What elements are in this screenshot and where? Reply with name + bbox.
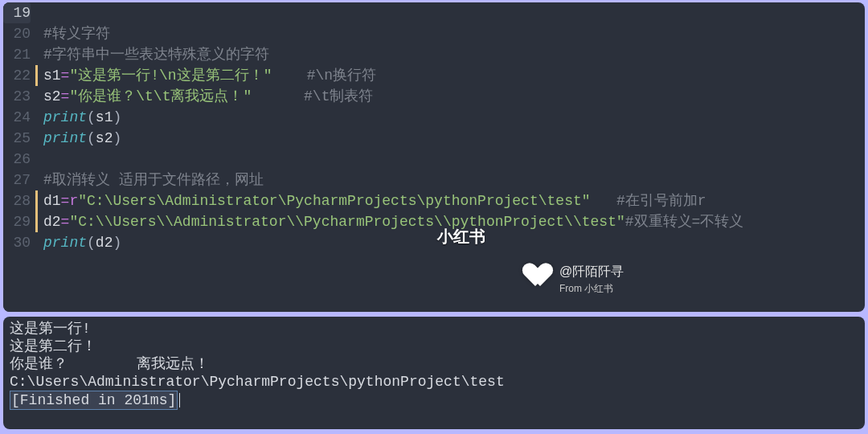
variable: s1	[43, 68, 61, 84]
comment: #取消转义 适用于文件路径，网址	[43, 172, 264, 188]
line-number: 26	[3, 149, 31, 170]
variable: d1	[43, 193, 61, 209]
operator: =	[61, 88, 70, 104]
paren: (	[87, 109, 96, 125]
line-number: 22	[3, 65, 31, 86]
console-finished-line: [Finished in 201ms]	[10, 391, 858, 408]
paren: (	[87, 130, 96, 146]
line-number: 19	[3, 2, 31, 23]
line-number: 21	[3, 44, 31, 65]
argument: d2	[96, 235, 113, 251]
comment: #\n换行符	[272, 68, 376, 84]
comment: #转义字符	[43, 26, 110, 42]
line-number: 20	[3, 23, 31, 44]
operator: =	[61, 193, 70, 209]
heart-icon	[526, 264, 551, 286]
code-editor[interactable]: 19 20 21 22 23 24 25 26 27 28 29 30 #转义字…	[3, 2, 865, 312]
watermark-text: @阡陌阡寻 From 小红书	[559, 264, 624, 296]
comment: #字符串中一些表达特殊意义的字符	[43, 47, 269, 63]
edit-marker	[35, 65, 38, 86]
code-line: #字符串中一些表达特殊意义的字符	[43, 44, 865, 65]
paren: )	[113, 109, 121, 125]
variable: d2	[43, 214, 61, 230]
watermark-center: 小红书	[437, 226, 485, 248]
string: "C:\Users\Administrator\PycharmProjects\…	[78, 193, 590, 209]
output-console[interactable]: 这是第一行! 这是第二行！ 你是谁？ 离我远点！ C:\Users\Admini…	[3, 317, 865, 429]
console-line: 这是第一行!	[10, 320, 858, 338]
string: "你是谁？\t\t离我远点！"	[69, 88, 252, 104]
line-number: 30	[3, 232, 31, 253]
console-line: C:\Users\Administrator\PycharmProjects\p…	[10, 373, 858, 391]
console-line: 你是谁？ 离我远点！	[10, 355, 858, 373]
edit-marker	[35, 211, 38, 232]
code-line	[43, 149, 865, 170]
operator: =	[61, 68, 70, 84]
code-line: #转义字符	[43, 23, 865, 44]
line-number: 29	[3, 211, 31, 232]
paren: )	[113, 235, 121, 251]
code-line	[43, 2, 865, 23]
comment: #双重转义=不转义	[625, 214, 744, 230]
line-number: 27	[3, 170, 31, 190]
keyword: print	[43, 130, 87, 146]
argument: s2	[96, 130, 113, 146]
string: "这是第一行!\n这是第二行！"	[69, 68, 272, 84]
code-line: s1="这是第一行!\n这是第二行！" #\n换行符	[43, 65, 865, 86]
watermark-username: @阡陌阡寻	[559, 264, 624, 280]
finished-badge: [Finished in 201ms]	[10, 391, 178, 410]
code-line: #取消转义 适用于文件路径，网址	[43, 170, 865, 190]
watermark-from: From 小红书	[559, 282, 624, 296]
code-line: s2="你是谁？\t\t离我远点！" #\t制表符	[43, 86, 865, 107]
code-line: d1=r"C:\Users\Administrator\PycharmProje…	[43, 190, 865, 211]
operator: =	[61, 214, 70, 230]
variable: s2	[43, 88, 61, 104]
string: "C:\\Users\\Administrator\\PycharmProjec…	[69, 214, 624, 230]
code-area[interactable]: #转义字符 #字符串中一些表达特殊意义的字符 s1="这是第一行!\n这是第二行…	[35, 2, 865, 312]
comment: #\t制表符	[252, 88, 373, 104]
comment: #在引号前加r	[591, 193, 706, 209]
line-number: 23	[3, 86, 31, 107]
string-prefix: r	[69, 193, 78, 209]
watermark-user: @阡陌阡寻 From 小红书	[526, 264, 624, 296]
line-number: 25	[3, 128, 31, 149]
cursor-icon	[179, 393, 180, 407]
keyword: print	[43, 235, 87, 251]
paren: )	[113, 130, 121, 146]
code-line: print(s1)	[43, 107, 865, 128]
console-line: 这是第二行！	[10, 338, 858, 355]
code-line: print(s2)	[43, 128, 865, 149]
edit-marker	[35, 190, 38, 211]
argument: s1	[96, 109, 113, 125]
line-gutter: 19 20 21 22 23 24 25 26 27 28 29 30	[3, 2, 35, 312]
keyword: print	[43, 109, 87, 125]
line-number: 28	[3, 190, 31, 211]
paren: (	[87, 235, 96, 251]
line-number: 24	[3, 107, 31, 128]
